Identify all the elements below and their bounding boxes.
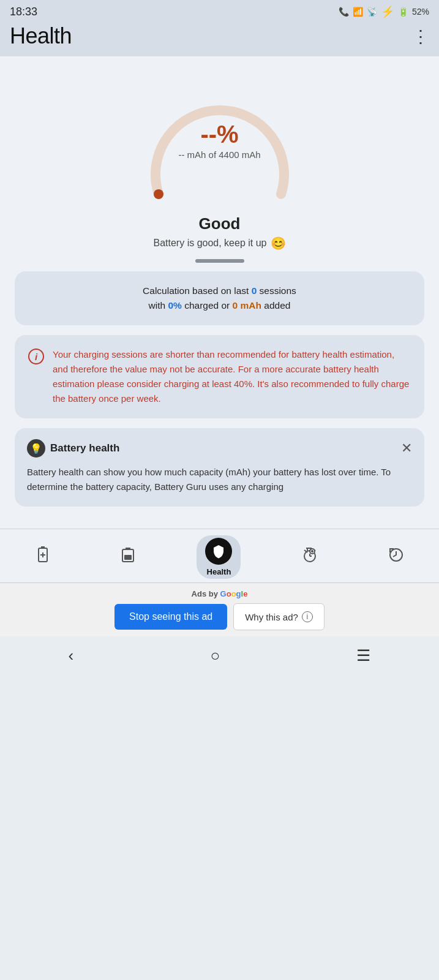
calc-mah: 0 mAh xyxy=(233,300,261,311)
tip-card: 💡 Battery health ✕ Battery health can sh… xyxy=(15,428,424,507)
status-bar: 18:33 📞 📶 📡 ⚡ 🔋 52% xyxy=(0,0,439,21)
recents-button[interactable]: ☰ xyxy=(356,646,370,665)
warning-info-icon: i xyxy=(28,349,44,364)
system-nav: ‹ ○ ☰ xyxy=(0,636,439,677)
status-icons: 📞 📶 📡 ⚡ 🔋 52% xyxy=(339,5,429,18)
call-icon: 📞 xyxy=(339,7,349,17)
battery-icon: 🔋 xyxy=(398,7,408,17)
calculation-card: Calculation based on last 0 sessions wit… xyxy=(15,271,424,325)
health-shield-icon xyxy=(205,538,232,565)
battery-gauge-container: --% -- mAh of 4400 mAh Good Battery is g… xyxy=(15,75,424,251)
back-button[interactable]: ‹ xyxy=(69,646,74,665)
home-button[interactable]: ○ xyxy=(210,646,220,665)
main-content: --% -- mAh of 4400 mAh Good Battery is g… xyxy=(0,56,439,529)
stop-seeing-ad-button[interactable]: Stop seeing this ad xyxy=(114,604,227,630)
divider-pill xyxy=(195,259,244,263)
why-this-ad-button[interactable]: Why this ad? i xyxy=(233,603,325,630)
google-text: G xyxy=(220,589,227,598)
ads-by-text: Ads by xyxy=(192,589,218,598)
calc-sessions-count: 0 xyxy=(252,285,257,296)
why-ad-text: Why this ad? xyxy=(245,612,298,622)
app-header: Health ⋮ xyxy=(0,21,439,56)
gauge-wrap: --% -- mAh of 4400 mAh xyxy=(140,75,299,209)
nav-item-history[interactable] xyxy=(379,544,413,570)
svg-point-0 xyxy=(154,189,163,199)
why-ad-info-icon: i xyxy=(302,611,313,622)
gauge-status-desc: Battery is good, keep it up 😊 xyxy=(154,236,286,251)
calc-percent: 0% xyxy=(168,300,181,311)
nav-item-charge[interactable] xyxy=(26,544,60,570)
nav-item-health[interactable]: Health xyxy=(197,535,241,579)
ads-by-google-label: Ads by Google xyxy=(12,589,427,598)
signal-icon: 📡 xyxy=(367,7,377,17)
more-options-icon[interactable]: ⋮ xyxy=(412,26,429,47)
history-icon xyxy=(388,546,405,568)
status-time: 18:33 xyxy=(10,6,37,18)
gauge-percent-value: --% xyxy=(178,121,260,148)
warning-card: i Your charging sessions are shorter tha… xyxy=(15,335,424,418)
wifi-icon: 📶 xyxy=(353,7,363,17)
gauge-status-label: Good xyxy=(199,214,241,233)
warning-text: Your charging sessions are shorter than … xyxy=(53,347,411,406)
bulb-icon: 💡 xyxy=(27,439,45,458)
calc-text-4: charged or xyxy=(182,300,233,311)
calc-text-1: Calculation based on last xyxy=(143,285,252,296)
gauge-mah-value: -- mAh of 4400 mAh xyxy=(178,149,260,160)
nav-item-add-alarm[interactable] xyxy=(293,544,327,570)
tip-card-header: 💡 Battery health ✕ xyxy=(27,439,412,458)
gauge-center-text: --% -- mAh of 4400 mAh xyxy=(178,121,260,160)
health-nav-label: Health xyxy=(207,567,231,576)
calc-text-3: with xyxy=(149,300,168,311)
charge-icon xyxy=(34,546,51,568)
nav-item-battery[interactable] xyxy=(112,544,145,570)
calc-text-5: added xyxy=(261,300,290,311)
app-title: Health xyxy=(10,23,72,49)
lightning-icon: ⚡ xyxy=(381,5,394,18)
battery-nav-icon xyxy=(121,546,137,568)
bottom-nav: Health xyxy=(0,529,439,582)
svg-rect-7 xyxy=(124,555,132,560)
gauge-desc-text: Battery is good, keep it up xyxy=(154,238,267,249)
status-emoji: 😊 xyxy=(271,236,286,251)
battery-percent: 52% xyxy=(412,7,429,17)
ad-banner: Ads by Google Stop seeing this ad Why th… xyxy=(0,582,439,636)
tip-title-text: Battery health xyxy=(50,442,119,454)
tip-card-title: 💡 Battery health xyxy=(27,439,119,458)
add-alarm-icon xyxy=(301,546,318,568)
tip-close-button[interactable]: ✕ xyxy=(401,442,412,455)
ad-buttons: Stop seeing this ad Why this ad? i xyxy=(12,603,427,630)
tip-body-text: Battery health can show you how much cap… xyxy=(27,465,412,494)
calc-text-2: sessions xyxy=(257,285,296,296)
